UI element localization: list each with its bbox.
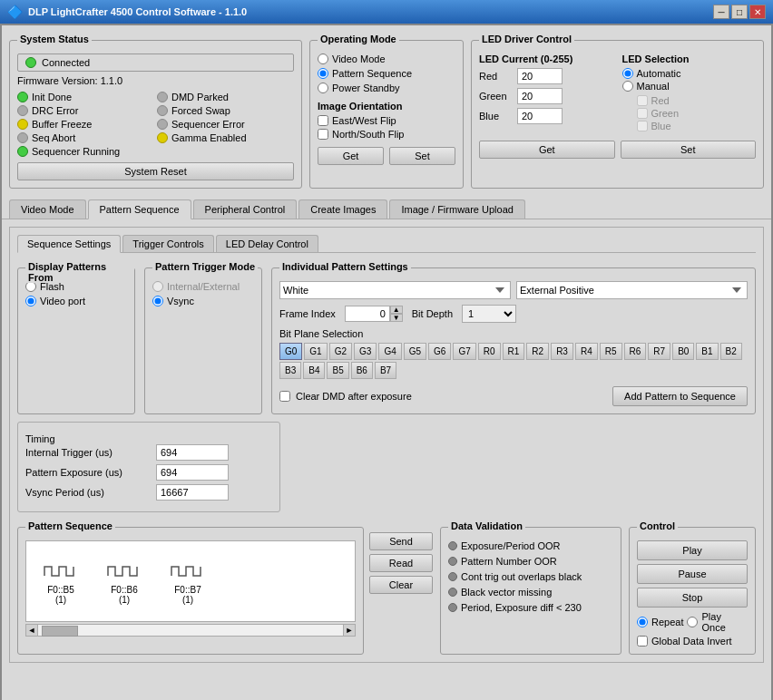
frame-index-up[interactable]: ▲ [390, 306, 403, 314]
ew-flip-checkbox[interactable] [318, 115, 328, 126]
buffer-freeze-indicator: Buffer Freeze [17, 119, 154, 130]
minimize-button[interactable]: ─ [713, 5, 729, 19]
stop-button[interactable]: Stop [637, 588, 748, 608]
scroll-right-button[interactable]: ► [343, 624, 356, 637]
blue-input[interactable] [517, 108, 563, 124]
seq-scroll-area[interactable]: F0::B5 (1) F0::B6 [25, 540, 356, 622]
val-label-3: Cont trig out overlaps black [461, 571, 582, 582]
seq-sub-2: (1) [119, 595, 130, 605]
control-section: Control Play Pause Stop Repeat Play Once [629, 527, 756, 655]
maximize-button[interactable]: □ [731, 5, 748, 19]
bit-btn-r4[interactable]: R4 [575, 343, 598, 360]
frame-index-down[interactable]: ▼ [390, 314, 403, 322]
bit-btn-g7[interactable]: G7 [453, 343, 475, 360]
red-check-label: Red [651, 95, 670, 106]
video-mode-radio[interactable] [318, 53, 328, 64]
send-button[interactable]: Send [369, 532, 433, 550]
op-mode-get-button[interactable]: Get [318, 147, 384, 165]
bit-btn-g1[interactable]: G1 [304, 343, 327, 360]
system-reset-button[interactable]: System Reset [17, 162, 294, 180]
bit-btn-r5[interactable]: R5 [600, 343, 622, 360]
bit-btn-r0[interactable]: R0 [478, 343, 501, 360]
pattern-sequence-radio[interactable] [318, 68, 328, 79]
green-input[interactable] [517, 88, 563, 104]
val-pattern-number: Pattern Number OOR [448, 556, 613, 567]
automatic-radio[interactable] [622, 68, 633, 79]
close-button[interactable]: ✕ [749, 5, 766, 19]
bit-btn-r7[interactable]: R7 [648, 343, 670, 360]
send-read-clear-buttons: Send Read Clear [369, 520, 433, 655]
bit-btn-g2[interactable]: G2 [329, 343, 352, 360]
vsync-label: Vsync [167, 296, 194, 306]
manual-radio[interactable] [622, 81, 633, 92]
val-cont-trig: Cont trig out overlaps black [448, 571, 613, 582]
led-set-button[interactable]: Set [621, 141, 757, 159]
add-pattern-button[interactable]: Add Pattern to Sequence [612, 386, 748, 406]
bit-btn-b4[interactable]: B4 [303, 362, 325, 379]
pause-button[interactable]: Pause [637, 564, 748, 584]
pattern-exposure-input[interactable] [156, 464, 229, 481]
bit-btn-r2[interactable]: R2 [526, 343, 549, 360]
vsync-radio[interactable] [152, 296, 163, 306]
seq-item-3: F0::B7 (1) [161, 558, 215, 605]
play-button[interactable]: Play [637, 540, 748, 560]
bit-depth-dropdown[interactable]: 1 2 4 8 [462, 305, 516, 323]
red-input[interactable] [517, 68, 563, 84]
bit-btn-b1[interactable]: B1 [696, 343, 718, 360]
bit-btn-g6[interactable]: G6 [428, 343, 451, 360]
scroll-left-button[interactable]: ◄ [25, 624, 38, 637]
tab-video-mode[interactable]: Video Mode [9, 199, 86, 219]
led-get-button[interactable]: Get [479, 141, 615, 159]
global-invert-checkbox[interactable] [637, 636, 648, 647]
tab-firmware-upload[interactable]: Image / Firmware Upload [389, 199, 525, 219]
bit-btn-g3[interactable]: G3 [354, 343, 377, 360]
read-button[interactable]: Read [369, 554, 433, 572]
tab-pattern-sequence[interactable]: Pattern Sequence [88, 199, 191, 219]
bit-btn-b5[interactable]: B5 [327, 362, 348, 379]
bit-btn-r3[interactable]: R3 [551, 343, 573, 360]
inner-tab-sequence-settings[interactable]: Sequence Settings [17, 235, 121, 253]
bit-btn-g5[interactable]: G5 [404, 343, 426, 360]
scrollbar-thumb[interactable] [42, 626, 78, 637]
tab-create-images[interactable]: Create Images [298, 199, 387, 219]
video-port-radio[interactable] [25, 296, 36, 306]
op-mode-set-button[interactable]: Set [389, 147, 455, 165]
repeat-radio[interactable] [637, 617, 648, 627]
vsync-period-input[interactable] [156, 484, 229, 501]
external-trigger-dropdown[interactable]: External Positive External Negative Inte… [516, 281, 748, 299]
bit-btn-r6[interactable]: R6 [624, 343, 647, 360]
manual-label: Manual [637, 81, 670, 92]
led-current-label: LED Current (0-255) [479, 53, 613, 64]
frame-index-spinner-btns: ▲ ▼ [390, 306, 403, 322]
bit-btn-b0[interactable]: B0 [672, 343, 694, 360]
connected-text: Connected [42, 57, 90, 68]
ns-flip-checkbox[interactable] [318, 129, 328, 140]
inner-tab-led-delay[interactable]: LED Delay Control [216, 235, 318, 252]
frame-index-input[interactable] [345, 306, 390, 322]
internal-trigger-label: Internal Trigger (us) [25, 447, 152, 458]
internal-external-radio[interactable] [152, 281, 163, 292]
bit-btn-g0[interactable]: G0 [279, 343, 302, 360]
bit-btn-b2[interactable]: B2 [720, 343, 742, 360]
bit-btn-b7[interactable]: B7 [375, 362, 396, 379]
play-once-radio[interactable] [687, 617, 698, 627]
blue-checkbox[interactable] [637, 121, 648, 131]
seq-error-label: Sequencer Error [171, 119, 245, 130]
clear-button[interactable]: Clear [369, 576, 433, 594]
pattern-dropdown[interactable]: White Black Red Green Blue [279, 281, 511, 299]
green-label: Green [479, 91, 514, 102]
seq-wave-2 [106, 558, 142, 585]
bit-btn-b3[interactable]: B3 [279, 362, 301, 379]
connected-bar: Connected [17, 53, 294, 72]
bit-btn-r1[interactable]: R1 [503, 343, 525, 360]
bit-btn-g4[interactable]: G4 [378, 343, 401, 360]
tab-peripheral-control[interactable]: Peripheral Control [193, 199, 298, 219]
inner-tab-trigger-controls[interactable]: Trigger Controls [122, 235, 213, 252]
red-checkbox[interactable] [637, 95, 648, 106]
bit-btn-b6[interactable]: B6 [351, 362, 373, 379]
clear-dmd-checkbox[interactable] [279, 391, 290, 402]
green-checkbox[interactable] [637, 108, 648, 119]
val-led-2 [448, 557, 457, 566]
power-standby-radio[interactable] [318, 83, 328, 93]
internal-trigger-input[interactable] [156, 444, 229, 461]
